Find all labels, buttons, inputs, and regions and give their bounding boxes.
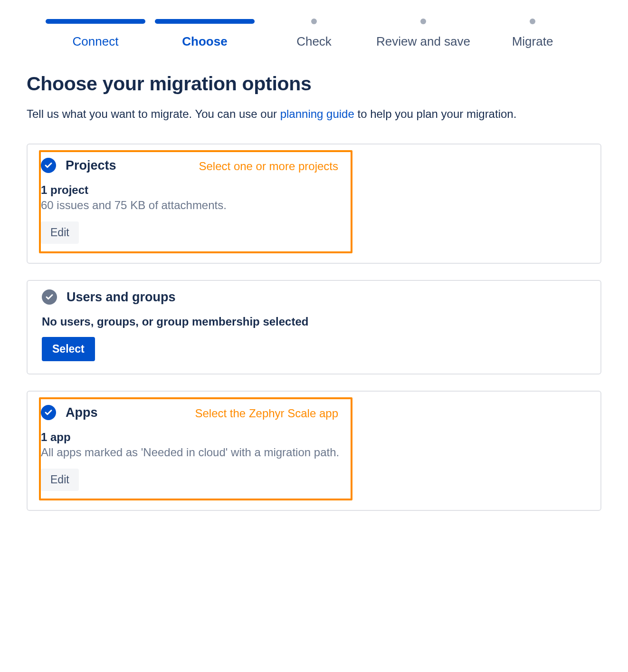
step-review[interactable]: Review and save: [373, 19, 473, 49]
step-connect[interactable]: Connect: [46, 19, 145, 49]
card-title: Apps: [66, 405, 98, 420]
select-users-button[interactable]: Select: [42, 337, 95, 361]
card-apps: Apps Select the Zephyr Scale app 1 app A…: [27, 391, 601, 511]
check-icon: [41, 405, 56, 420]
highlight-projects: Projects Select one or more projects 1 p…: [39, 150, 352, 253]
check-icon: [41, 158, 56, 173]
step-label: Check: [296, 34, 332, 49]
apps-count: 1 app: [41, 431, 343, 444]
description-text: to help you plan your migration.: [354, 107, 517, 120]
users-status: No users, groups, or group membership se…: [42, 315, 586, 328]
projects-detail: 60 issues and 75 KB of attachments.: [41, 199, 343, 212]
annotation-projects: Select one or more projects: [199, 160, 338, 173]
step-dot-icon: [311, 19, 317, 24]
step-choose[interactable]: Choose: [155, 19, 255, 49]
highlight-apps: Apps Select the Zephyr Scale app 1 app A…: [39, 397, 352, 500]
card-projects: Projects Select one or more projects 1 p…: [27, 144, 601, 264]
page-title: Choose your migration options: [27, 73, 601, 95]
step-migrate[interactable]: Migrate: [483, 19, 582, 49]
card-title: Users and groups: [67, 290, 176, 305]
check-icon: [42, 289, 57, 305]
card-title: Projects: [66, 158, 116, 173]
description-text: Tell us what you want to migrate. You ca…: [27, 107, 280, 120]
migration-stepper: Connect Choose Check Review and save Mig…: [27, 19, 601, 73]
edit-apps-button[interactable]: Edit: [41, 469, 79, 491]
step-dot-icon: [530, 19, 535, 24]
step-check[interactable]: Check: [264, 19, 364, 49]
projects-count: 1 project: [41, 183, 343, 197]
edit-projects-button[interactable]: Edit: [41, 221, 79, 244]
page-description: Tell us what you want to migrate. You ca…: [27, 106, 601, 122]
card-users: Users and groups No users, groups, or gr…: [27, 280, 601, 374]
step-label: Review and save: [376, 34, 470, 49]
step-progress-bar: [46, 19, 145, 24]
step-label: Migrate: [512, 34, 553, 49]
step-progress-bar: [155, 19, 255, 24]
step-label: Connect: [73, 34, 119, 49]
planning-guide-link[interactable]: planning guide: [280, 107, 354, 120]
step-label: Choose: [182, 34, 227, 49]
annotation-apps: Select the Zephyr Scale app: [195, 407, 338, 420]
apps-detail: All apps marked as 'Needed in cloud' wit…: [41, 446, 343, 459]
step-dot-icon: [420, 19, 426, 24]
